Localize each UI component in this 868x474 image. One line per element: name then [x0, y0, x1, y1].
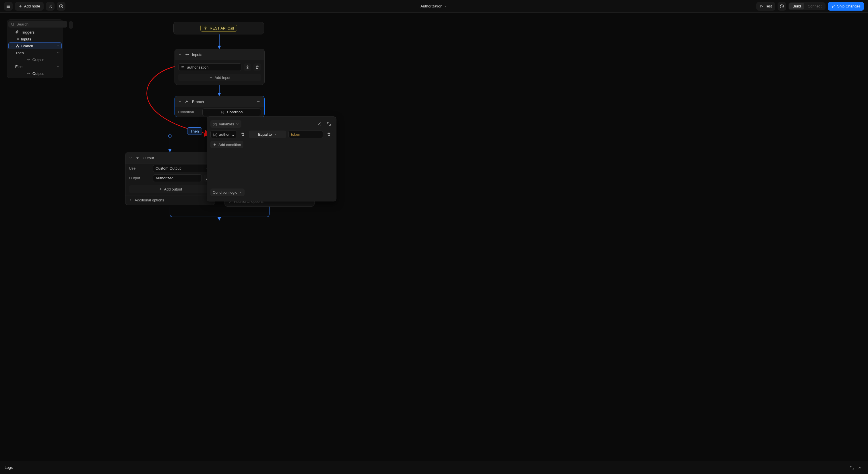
- condition-variable: authoriz…: [219, 132, 234, 136]
- add-input-button[interactable]: Add input: [178, 74, 261, 81]
- chevron-down-icon: [236, 122, 239, 126]
- comment-button[interactable]: [57, 2, 65, 11]
- ship-label: Ship Changes: [837, 4, 861, 8]
- expand-icon: [327, 122, 331, 126]
- history-button[interactable]: [778, 2, 786, 11]
- logs-chevron-button[interactable]: [856, 464, 863, 471]
- output-value-field[interactable]: Authorized: [153, 175, 202, 182]
- inputs-title: Inputs: [192, 53, 202, 57]
- logs-panel[interactable]: Logs: [0, 461, 868, 474]
- trigger-node[interactable]: REST API Call: [174, 22, 264, 34]
- plus-icon: [158, 187, 162, 191]
- output-value-row: Output Authorized: [125, 173, 215, 183]
- variables-label: Variables: [219, 122, 234, 126]
- output-node-then[interactable]: Output Use Custom Output Output Authoriz…: [125, 152, 215, 205]
- magic-button[interactable]: [46, 2, 55, 11]
- condition-var-delete-button[interactable]: [239, 131, 247, 138]
- chevron-down-icon: [444, 5, 447, 8]
- play-icon: [760, 5, 763, 8]
- add-output-button[interactable]: Add output: [129, 185, 212, 193]
- operator-label: Equal to: [258, 132, 272, 136]
- condition-button[interactable]: Condition: [203, 108, 261, 116]
- inputs-header[interactable]: Inputs: [175, 49, 265, 60]
- svg-point-30: [259, 101, 260, 102]
- chevron-down-icon: [129, 156, 132, 160]
- plus-icon: [19, 4, 22, 8]
- condition-row-delete-button[interactable]: [325, 131, 333, 138]
- more-icon[interactable]: [256, 99, 261, 104]
- additional-options-toggle[interactable]: Additional options: [125, 195, 215, 205]
- input-settings-button[interactable]: [244, 63, 251, 71]
- condition-label: Condition: [175, 110, 203, 114]
- test-label: Test: [765, 4, 772, 8]
- flow-canvas[interactable]: REST API Call Inputs authorization: [0, 12, 868, 461]
- branch-title: Branch: [192, 100, 204, 104]
- trigger-pill[interactable]: REST API Call: [200, 25, 237, 32]
- logs-label: Logs: [5, 465, 12, 470]
- inputs-node[interactable]: Inputs authorization Add input: [175, 49, 265, 85]
- branch-node[interactable]: Branch Condition Condition: [175, 96, 265, 117]
- popover-magic-button[interactable]: [315, 120, 323, 128]
- branch-icon: [185, 99, 189, 104]
- variables-dropdown[interactable]: (x) Variables: [210, 120, 241, 128]
- gear-icon: [245, 65, 249, 69]
- condition-logic-label: Condition logic: [213, 190, 237, 194]
- add-input-label: Add input: [215, 75, 230, 80]
- svg-point-25: [205, 28, 206, 29]
- condition-row: Condition Condition: [175, 107, 265, 117]
- wand-icon: [317, 122, 321, 126]
- add-condition-button[interactable]: Add condition: [210, 141, 243, 148]
- history-icon: [780, 4, 784, 9]
- var-prefix: (x): [213, 132, 217, 136]
- edges-layer: [0, 12, 868, 461]
- condition-variable-chip[interactable]: (x) authoriz…: [210, 131, 237, 138]
- additional-label: Additional options: [135, 198, 164, 202]
- trash-icon: [241, 132, 245, 136]
- input-value: authorization: [187, 65, 208, 69]
- menu-button[interactable]: [4, 2, 12, 11]
- svg-point-29: [258, 101, 259, 102]
- page-title-container[interactable]: Authorization: [421, 4, 447, 8]
- input-delete-button[interactable]: [253, 63, 261, 71]
- add-output-label: Add output: [164, 187, 182, 191]
- ship-changes-button[interactable]: Ship Changes: [828, 2, 864, 11]
- seg-build[interactable]: Build: [789, 3, 804, 9]
- rocket-icon: [831, 4, 835, 8]
- condition-btn-label: Condition: [227, 110, 243, 114]
- trash-icon: [255, 65, 259, 69]
- use-select[interactable]: Custom Output: [153, 165, 212, 172]
- output-icon: [135, 156, 140, 160]
- add-node-label: Add node: [24, 4, 40, 8]
- plus-icon: [213, 143, 217, 147]
- condition-logic-dropdown[interactable]: Condition logic: [210, 189, 245, 196]
- svg-point-27: [247, 67, 248, 68]
- chevron-down-icon: [239, 191, 242, 194]
- condition-value-field[interactable]: token: [288, 131, 323, 138]
- chevron-up-icon: [857, 465, 862, 470]
- add-node-button[interactable]: Add node: [15, 2, 43, 11]
- operator-select[interactable]: Equal to: [249, 131, 286, 138]
- chevron-down-icon: [178, 53, 182, 56]
- output-label: Output: [125, 176, 153, 180]
- svg-point-26: [188, 54, 189, 55]
- output-header[interactable]: Output: [125, 152, 215, 163]
- popover-expand-button[interactable]: [325, 120, 333, 128]
- comment-icon: [59, 4, 63, 9]
- condition-expression-row: (x) authoriz… Equal to token: [210, 131, 333, 138]
- input-field-authorization[interactable]: authorization: [178, 63, 241, 71]
- seg-connect[interactable]: Connect: [804, 3, 825, 9]
- branch-header[interactable]: Branch: [175, 96, 265, 107]
- then-label: Then: [190, 129, 199, 133]
- then-chip[interactable]: Then: [187, 127, 202, 135]
- text-icon: [181, 65, 185, 69]
- wand-icon: [48, 4, 53, 9]
- logs-expand-button[interactable]: [848, 464, 856, 471]
- output-title: Output: [143, 156, 154, 160]
- svg-point-24: [168, 134, 172, 137]
- plus-icon: [209, 75, 213, 80]
- input-arrow-icon: [185, 52, 189, 57]
- test-button[interactable]: Test: [756, 2, 775, 11]
- mode-segment: Build Connect: [788, 2, 826, 10]
- fx-icon: [221, 110, 225, 114]
- api-icon: [204, 26, 208, 30]
